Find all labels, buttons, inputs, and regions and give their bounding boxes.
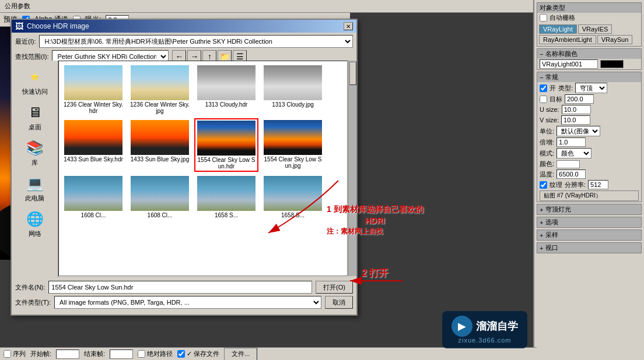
sidebar-quickaccess-label: 快速访问: [22, 87, 48, 96]
target-checkbox[interactable]: [540, 96, 547, 103]
options-header[interactable]: + 选项: [537, 217, 641, 227]
unit-row: 单位: 默认(图像): [537, 125, 641, 137]
vraysun-btn[interactable]: VRaySun: [597, 35, 632, 44]
sequence-checkbox[interactable]: [4, 350, 11, 358]
right-panel: 对象类型 自动栅格 VRayLight VRayIES RayAmbientLi…: [533, 0, 644, 360]
file-button[interactable]: 文件...: [224, 348, 257, 361]
annotation-text-1: 1 到素材库选择自己喜欢的 HDRI 注：素材网上自找: [327, 204, 424, 237]
watermark: ▶ 溜溜自学 zixue.3d66.com: [442, 311, 527, 348]
regular-label: 常规: [545, 73, 558, 82]
cancel-button[interactable]: 取消: [325, 296, 353, 309]
name-input[interactable]: [540, 59, 598, 69]
texture-row: 纹理 分辨率:: [537, 179, 641, 190]
watermark-brand: 溜溜自学: [476, 319, 518, 333]
abspath-checkbox[interactable]: [138, 350, 145, 358]
sidebar-item-computer[interactable]: 💻 此电脑: [15, 172, 55, 205]
thumbnail-1608-1: [64, 176, 123, 211]
filetype-select[interactable]: All image formats (PNG, BMP, Targa, HDR,…: [54, 296, 321, 309]
subdivs-input[interactable]: [588, 180, 608, 189]
sidebar-item-library[interactable]: 📚 库: [15, 136, 55, 170]
mode-row: 模式: 颜色: [537, 147, 641, 159]
file-item-1236-jpg[interactable]: 1236 Clear Winter Sky.jpg: [128, 63, 192, 116]
color-row: 颜色:: [537, 159, 641, 169]
file-item-1236-hdr[interactable]: 1236 Clear Winter Sky.hdr: [61, 63, 125, 116]
thumbnail-1554-jpg: [264, 120, 322, 155]
file-item-1554-hdr[interactable]: 1554 Clear Sky Low Sun.hdr: [194, 118, 258, 172]
network-icon: 🌐: [26, 210, 44, 228]
sequence-label: 序列: [13, 350, 26, 358]
watermark-play-icon: ▶: [452, 316, 473, 337]
scrollbar-thumb[interactable]: [349, 62, 356, 85]
sidebar-item-quickaccess[interactable]: ⭐ 快速访问: [15, 65, 55, 98]
sidebar-item-network[interactable]: 🌐 网络: [15, 207, 55, 241]
filename-1236-jpg: 1236 Clear Winter Sky.jpg: [130, 101, 190, 114]
file-item-1554-jpg[interactable]: 1554 Clear Sky Low Sun.jpg: [261, 118, 325, 172]
multiplier-input[interactable]: [556, 137, 586, 147]
file-item-1608-1[interactable]: 1608 Cl...: [61, 174, 125, 220]
usize-row: U size:: [537, 104, 641, 115]
unit-select[interactable]: 默认(图像): [556, 126, 600, 136]
dome-light-label: 穹顶灯光: [545, 205, 571, 214]
filename-input[interactable]: [48, 281, 312, 294]
end-frame-input[interactable]: [110, 350, 133, 359]
temp-row: 温度:: [537, 169, 641, 179]
usize-input[interactable]: [562, 105, 591, 114]
dome-light-header[interactable]: + 穹顶灯光: [537, 204, 641, 214]
start-frame-input[interactable]: [56, 350, 79, 359]
sidebar-desktop-label: 桌面: [29, 123, 41, 132]
target-input[interactable]: [565, 94, 594, 104]
usize-label: U size:: [540, 106, 559, 113]
thumbnail-1433-hdr: [64, 120, 123, 155]
type-select[interactable]: 穹顶: [575, 83, 607, 93]
dialog-titlebar: 🖼 Choose HDR image ✕: [12, 20, 356, 33]
menu-bar: 公用参数: [0, 0, 537, 13]
filename-1554-hdr: 1554 Clear Sky Low Sun.hdr: [197, 157, 256, 170]
color-swatch[interactable]: [600, 60, 624, 68]
vrayies-btn[interactable]: VRayIES: [578, 24, 612, 34]
open-checkbox[interactable]: [540, 84, 547, 92]
dialog-title: Choose HDR image: [27, 22, 89, 30]
menu-gong-yong-cs[interactable]: 公用参数: [2, 1, 33, 12]
thumbnail-1658-2: [264, 176, 322, 211]
filename-1313-jpg: 1313 Cloudy.jpg: [272, 101, 314, 108]
file-item-1433-jpg[interactable]: 1433 Sun Blue Sky.jpg: [128, 118, 192, 172]
file-item-1313-jpg[interactable]: 1313 Cloudy.jpg: [261, 63, 325, 116]
file-item-1658-2[interactable]: 1658 S...: [261, 174, 325, 220]
vraylight-btn[interactable]: VRayLight: [539, 24, 577, 34]
open-button[interactable]: 打开(O): [316, 281, 353, 294]
dialog-close-button[interactable]: ✕: [344, 22, 353, 30]
thumbnail-1433-jpg: [131, 120, 189, 155]
texture-label: 纹理: [550, 181, 562, 189]
map-button[interactable]: 贴图 #7 (VRayHDRI）: [540, 190, 639, 201]
autogrid-checkbox[interactable]: [540, 14, 547, 22]
recent-path-combo[interactable]: H:\3D模型材质库\06. 常用经典HDR环境贴图\Peter Guthrie…: [39, 35, 353, 48]
mode-select[interactable]: 颜色: [556, 148, 592, 158]
abspath-label: 绝对路径: [147, 350, 173, 358]
sequence-checkbox-row: 序列: [4, 350, 26, 358]
recent-label: 最近(I):: [15, 37, 36, 46]
file-item-1313-hdr[interactable]: 1313 Cloudy.hdr: [194, 63, 258, 116]
rayambient-btn[interactable]: RayAmbientLight: [539, 35, 596, 44]
viewport-header[interactable]: + 视口: [537, 243, 641, 253]
autogrid-label: 自动栅格: [550, 13, 575, 22]
temp-input[interactable]: [556, 170, 586, 179]
name-color-label: 名称和颜色: [545, 50, 578, 58]
thumbnail-1236-hdr: [64, 65, 123, 100]
file-item-1433-hdr[interactable]: 1433 Sun Blue Sky.hdr: [61, 118, 125, 172]
savefile-checkbox[interactable]: [177, 350, 185, 358]
abspath-checkbox-row: 绝对路径: [138, 350, 173, 358]
thumbnail-1608-2: [131, 176, 189, 211]
sidebar-network-label: 网络: [29, 230, 41, 238]
texture-checkbox[interactable]: [540, 181, 547, 189]
multiplier-row: 倍增:: [537, 137, 641, 147]
file-item-1658-1[interactable]: 1658 S...: [194, 174, 258, 220]
color-value-swatch[interactable]: [556, 160, 580, 168]
sampling-header[interactable]: + 采样: [537, 230, 641, 240]
sidebar-item-desktop[interactable]: 🖥 桌面: [15, 101, 55, 134]
scrollbar[interactable]: [348, 61, 356, 276]
file-item-1608-2[interactable]: 1608 Cl...: [128, 174, 192, 220]
vsize-input[interactable]: [561, 115, 590, 125]
name-color-section: − 名称和颜色: [537, 48, 642, 70]
temp-label: 温度:: [540, 170, 554, 179]
sidebar-computer-label: 此电脑: [25, 194, 44, 203]
